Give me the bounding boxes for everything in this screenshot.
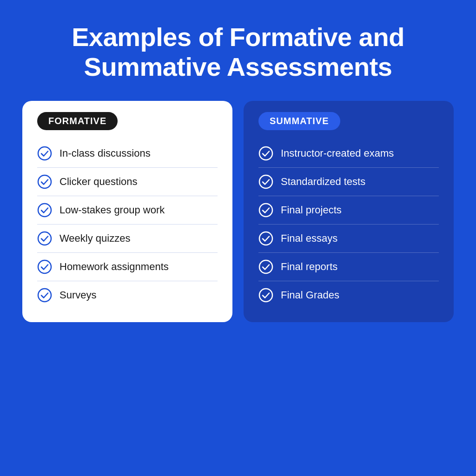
formative-card: FORMATIVE In-class discussions Clicker q… [22, 101, 232, 322]
check-icon [258, 288, 273, 303]
list-item: In-class discussions [37, 139, 218, 168]
item-text: Clicker questions [60, 176, 138, 188]
title-section: Examples of Formative and Summative Asse… [34, 0, 442, 101]
svg-point-2 [38, 204, 51, 217]
item-text: Instructor-created exams [281, 147, 394, 159]
summative-label: SUMMATIVE [258, 112, 340, 130]
svg-point-6 [259, 147, 272, 160]
check-icon [37, 146, 52, 161]
check-icon [37, 203, 52, 218]
svg-point-11 [259, 289, 272, 302]
summative-list: Instructor-created exams Standardized te… [258, 139, 439, 309]
list-item: Final Grades [258, 281, 439, 309]
svg-point-5 [38, 289, 51, 302]
check-icon [258, 146, 273, 161]
item-text: In-class discussions [60, 147, 151, 159]
list-item: Homework assignments [37, 253, 218, 281]
svg-point-4 [38, 260, 51, 273]
list-item: Final reports [258, 253, 439, 281]
check-icon [258, 174, 273, 189]
item-text: Standardized tests [281, 176, 365, 188]
list-item: Instructor-created exams [258, 139, 439, 168]
item-text: Final Grades [281, 289, 339, 301]
summative-card: SUMMATIVE Instructor-created exams Stand… [244, 101, 454, 322]
check-icon [37, 288, 52, 303]
svg-point-8 [259, 204, 272, 217]
item-text: Weekly quizzes [60, 232, 130, 245]
check-icon [258, 259, 273, 274]
list-item: Weekly quizzes [37, 225, 218, 253]
check-icon [258, 203, 273, 218]
list-item: Surveys [37, 281, 218, 309]
svg-point-7 [259, 175, 272, 188]
svg-point-10 [259, 260, 272, 273]
formative-label: FORMATIVE [37, 112, 118, 130]
list-item: Final essays [258, 225, 439, 253]
svg-point-1 [38, 175, 51, 188]
formative-list: In-class discussions Clicker questions L… [37, 139, 218, 309]
item-text: Final projects [281, 204, 342, 216]
svg-point-0 [38, 147, 51, 160]
check-icon [258, 231, 273, 246]
item-text: Homework assignments [60, 261, 169, 273]
check-icon [37, 259, 52, 274]
main-title: Examples of Formative and Summative Asse… [72, 22, 404, 82]
svg-point-3 [38, 232, 51, 245]
list-item: Standardized tests [258, 168, 439, 196]
cards-container: FORMATIVE In-class discussions Clicker q… [0, 101, 476, 322]
svg-point-9 [259, 232, 272, 245]
item-text: Surveys [60, 289, 96, 301]
item-text: Final reports [281, 261, 337, 273]
item-text: Low-stakes group work [60, 204, 165, 216]
item-text: Final essays [281, 232, 337, 245]
check-icon [37, 231, 52, 246]
list-item: Final projects [258, 196, 439, 225]
check-icon [37, 174, 52, 189]
list-item: Low-stakes group work [37, 196, 218, 225]
list-item: Clicker questions [37, 168, 218, 196]
